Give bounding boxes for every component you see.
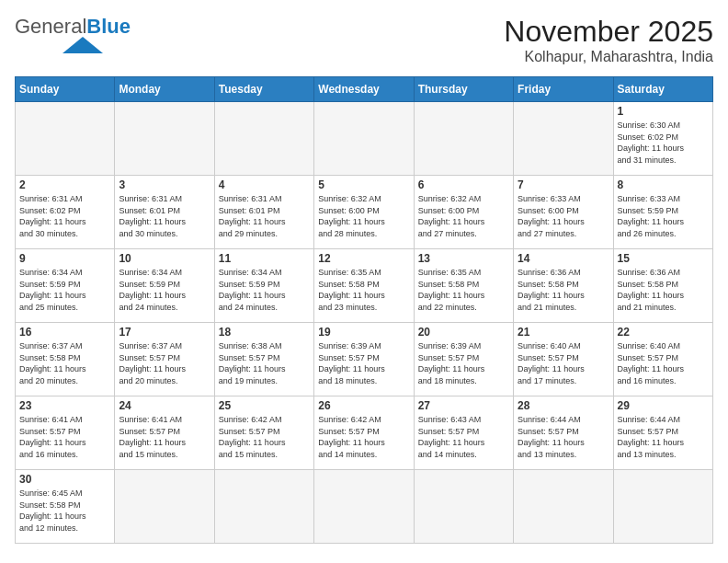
day-number: 30 — [19, 473, 110, 486]
calendar-cell: 29Sunrise: 6:44 AM Sunset: 5:57 PM Dayli… — [613, 396, 712, 470]
calendar-cell: 27Sunrise: 6:43 AM Sunset: 5:57 PM Dayli… — [414, 396, 513, 470]
cell-content: Sunrise: 6:43 AM Sunset: 5:57 PM Dayligh… — [418, 414, 509, 460]
calendar-cell: 22Sunrise: 6:40 AM Sunset: 5:57 PM Dayli… — [613, 323, 712, 396]
cell-content: Sunrise: 6:32 AM Sunset: 6:00 PM Dayligh… — [318, 193, 409, 239]
day-number: 29 — [618, 399, 709, 412]
day-number: 13 — [418, 252, 509, 265]
day-number: 24 — [119, 399, 210, 412]
cell-content: Sunrise: 6:34 AM Sunset: 5:59 PM Dayligh… — [119, 267, 210, 313]
logo-general-text: General — [15, 15, 86, 39]
calendar-row: 1Sunrise: 6:30 AM Sunset: 6:02 PM Daylig… — [16, 102, 713, 176]
day-number: 3 — [119, 178, 210, 191]
cell-content: Sunrise: 6:41 AM Sunset: 5:57 PM Dayligh… — [119, 414, 210, 460]
svg-marker-0 — [63, 37, 103, 53]
calendar-cell — [414, 102, 513, 176]
day-number: 1 — [618, 105, 709, 118]
weekday-header: Thursday — [414, 77, 513, 102]
logo: General Blue — [15, 15, 131, 53]
day-number: 11 — [219, 252, 310, 265]
day-number: 25 — [219, 399, 310, 412]
cell-content: Sunrise: 6:37 AM Sunset: 5:57 PM Dayligh… — [119, 340, 210, 386]
cell-content: Sunrise: 6:44 AM Sunset: 5:57 PM Dayligh… — [618, 414, 709, 460]
calendar-header: SundayMondayTuesdayWednesdayThursdayFrid… — [16, 77, 713, 102]
weekday-header: Wednesday — [314, 77, 414, 102]
weekday-row: SundayMondayTuesdayWednesdayThursdayFrid… — [16, 77, 713, 102]
cell-content: Sunrise: 6:39 AM Sunset: 5:57 PM Dayligh… — [418, 340, 509, 386]
cell-content: Sunrise: 6:37 AM Sunset: 5:58 PM Dayligh… — [19, 340, 110, 386]
day-number: 17 — [119, 326, 210, 339]
day-number: 12 — [318, 252, 409, 265]
calendar-cell: 3Sunrise: 6:31 AM Sunset: 6:01 PM Daylig… — [115, 176, 214, 249]
day-number: 28 — [518, 399, 609, 412]
title-block: November 2025 Kolhapur, Maharashtra, Ind… — [504, 15, 713, 65]
calendar-cell: 6Sunrise: 6:32 AM Sunset: 6:00 PM Daylig… — [414, 176, 513, 249]
calendar-row: 2Sunrise: 6:31 AM Sunset: 6:02 PM Daylig… — [16, 176, 713, 249]
cell-content: Sunrise: 6:31 AM Sunset: 6:02 PM Dayligh… — [19, 193, 110, 239]
cell-content: Sunrise: 6:38 AM Sunset: 5:57 PM Dayligh… — [219, 340, 310, 386]
calendar-cell: 8Sunrise: 6:33 AM Sunset: 5:59 PM Daylig… — [613, 176, 712, 249]
calendar-cell: 11Sunrise: 6:34 AM Sunset: 5:59 PM Dayli… — [214, 249, 313, 323]
day-number: 19 — [318, 326, 409, 339]
day-number: 18 — [219, 326, 310, 339]
cell-content: Sunrise: 6:34 AM Sunset: 5:59 PM Dayligh… — [19, 267, 110, 313]
calendar-cell — [514, 102, 613, 176]
day-number: 7 — [518, 178, 609, 191]
day-number: 4 — [219, 178, 310, 191]
calendar-cell — [214, 470, 313, 544]
day-number: 5 — [318, 178, 409, 191]
weekday-header: Tuesday — [214, 77, 313, 102]
logo-icon — [63, 37, 103, 53]
cell-content: Sunrise: 6:39 AM Sunset: 5:57 PM Dayligh… — [318, 340, 409, 386]
calendar-cell: 28Sunrise: 6:44 AM Sunset: 5:57 PM Dayli… — [514, 396, 613, 470]
calendar-cell: 25Sunrise: 6:42 AM Sunset: 5:57 PM Dayli… — [214, 396, 313, 470]
weekday-header: Friday — [514, 77, 613, 102]
cell-content: Sunrise: 6:40 AM Sunset: 5:57 PM Dayligh… — [518, 340, 609, 386]
calendar-cell — [115, 102, 214, 176]
calendar-cell: 5Sunrise: 6:32 AM Sunset: 6:00 PM Daylig… — [314, 176, 414, 249]
calendar-cell — [16, 102, 115, 176]
calendar-cell — [214, 102, 313, 176]
calendar-cell: 20Sunrise: 6:39 AM Sunset: 5:57 PM Dayli… — [414, 323, 513, 396]
calendar-cell: 2Sunrise: 6:31 AM Sunset: 6:02 PM Daylig… — [16, 176, 115, 249]
day-number: 10 — [119, 252, 210, 265]
calendar-cell: 10Sunrise: 6:34 AM Sunset: 5:59 PM Dayli… — [115, 249, 214, 323]
day-number: 6 — [418, 178, 509, 191]
calendar-row: 30Sunrise: 6:45 AM Sunset: 5:58 PM Dayli… — [16, 470, 713, 544]
logo-blue-text: Blue — [86, 15, 131, 39]
cell-content: Sunrise: 6:33 AM Sunset: 5:59 PM Dayligh… — [618, 193, 709, 239]
calendar-cell: 21Sunrise: 6:40 AM Sunset: 5:57 PM Dayli… — [514, 323, 613, 396]
cell-content: Sunrise: 6:34 AM Sunset: 5:59 PM Dayligh… — [219, 267, 310, 313]
cell-content: Sunrise: 6:31 AM Sunset: 6:01 PM Dayligh… — [119, 193, 210, 239]
calendar-cell: 12Sunrise: 6:35 AM Sunset: 5:58 PM Dayli… — [314, 249, 414, 323]
cell-content: Sunrise: 6:44 AM Sunset: 5:57 PM Dayligh… — [518, 414, 609, 460]
calendar-cell — [314, 102, 414, 176]
cell-content: Sunrise: 6:32 AM Sunset: 6:00 PM Dayligh… — [418, 193, 509, 239]
calendar-cell: 7Sunrise: 6:33 AM Sunset: 6:00 PM Daylig… — [514, 176, 613, 249]
calendar-cell: 18Sunrise: 6:38 AM Sunset: 5:57 PM Dayli… — [214, 323, 313, 396]
calendar-cell — [314, 470, 414, 544]
calendar-cell — [115, 470, 214, 544]
calendar-cell — [613, 470, 712, 544]
day-number: 26 — [318, 399, 409, 412]
cell-content: Sunrise: 6:35 AM Sunset: 5:58 PM Dayligh… — [418, 267, 509, 313]
day-number: 23 — [19, 399, 110, 412]
cell-content: Sunrise: 6:36 AM Sunset: 5:58 PM Dayligh… — [618, 267, 709, 313]
calendar-cell: 13Sunrise: 6:35 AM Sunset: 5:58 PM Dayli… — [414, 249, 513, 323]
cell-content: Sunrise: 6:35 AM Sunset: 5:58 PM Dayligh… — [318, 267, 409, 313]
calendar-cell: 9Sunrise: 6:34 AM Sunset: 5:59 PM Daylig… — [16, 249, 115, 323]
calendar-cell: 4Sunrise: 6:31 AM Sunset: 6:01 PM Daylig… — [214, 176, 313, 249]
day-number: 27 — [418, 399, 509, 412]
cell-content: Sunrise: 6:30 AM Sunset: 6:02 PM Dayligh… — [618, 120, 709, 166]
calendar-cell — [514, 470, 613, 544]
day-number: 14 — [518, 252, 609, 265]
day-number: 15 — [618, 252, 709, 265]
weekday-header: Monday — [115, 77, 214, 102]
calendar-body: 1Sunrise: 6:30 AM Sunset: 6:02 PM Daylig… — [16, 102, 713, 544]
calendar-cell: 30Sunrise: 6:45 AM Sunset: 5:58 PM Dayli… — [16, 470, 115, 544]
day-number: 20 — [418, 326, 509, 339]
month-title: November 2025 — [504, 15, 713, 49]
cell-content: Sunrise: 6:33 AM Sunset: 6:00 PM Dayligh… — [518, 193, 609, 239]
calendar-cell: 26Sunrise: 6:42 AM Sunset: 5:57 PM Dayli… — [314, 396, 414, 470]
cell-content: Sunrise: 6:31 AM Sunset: 6:01 PM Dayligh… — [219, 193, 310, 239]
day-number: 2 — [19, 178, 110, 191]
